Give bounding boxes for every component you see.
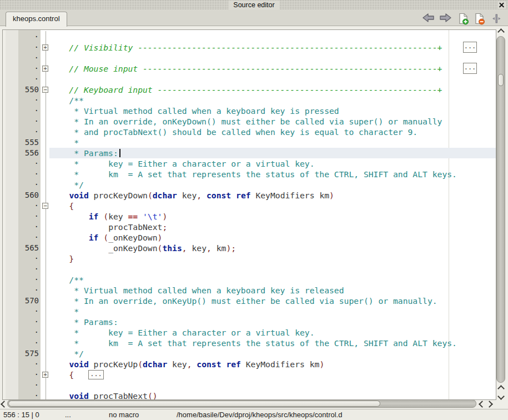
code-text: * In an override, onKeyDown() must eithe… bbox=[49, 116, 442, 127]
statusbar: 556 : 15 | 0 ... no macro /home/basile/D… bbox=[0, 409, 508, 420]
line-number: · bbox=[18, 53, 40, 63]
code-text: * Virtual method called when a keyboard … bbox=[49, 106, 339, 116]
code-row[interactable]: · bbox=[3, 53, 496, 63]
code-row[interactable]: 575 */ bbox=[3, 348, 496, 359]
line-number: · bbox=[18, 95, 40, 106]
fold-toggle[interactable]: − bbox=[42, 203, 48, 209]
code-text: if (_onKeyDown) bbox=[49, 232, 162, 243]
code-text: * km = A set that represents the status … bbox=[49, 169, 457, 179]
nav-forward-button[interactable] bbox=[439, 13, 452, 25]
collapsed-fold-ellipsis[interactable]: ... bbox=[88, 370, 104, 379]
line-number: 550 bbox=[18, 84, 40, 95]
line-number: 565 bbox=[18, 243, 40, 253]
code-text: /** bbox=[49, 95, 84, 106]
close-document-button[interactable] bbox=[473, 13, 486, 25]
code-row[interactable]: · * key = Either a character or a virtua… bbox=[3, 158, 496, 169]
code-text: * Params: bbox=[49, 148, 118, 158]
code-row[interactable]: 565 _onKeyDown(this, key, km); bbox=[3, 243, 496, 253]
code-row[interactable]: · * km = A set that represents the statu… bbox=[3, 169, 496, 179]
code-row[interactable]: · if (_onKeyDown) bbox=[3, 232, 496, 243]
tab-bar: kheops.control bbox=[0, 10, 508, 26]
code-row[interactable]: · /** bbox=[3, 274, 496, 285]
tab-kheops-control[interactable]: kheops.control bbox=[6, 12, 67, 27]
line-number: · bbox=[18, 169, 40, 179]
code-row[interactable]: · bbox=[3, 380, 496, 391]
line-number: · bbox=[18, 380, 40, 391]
code-text: * Params: bbox=[49, 317, 118, 327]
collapsed-fold-ellipsis[interactable]: ... bbox=[463, 63, 477, 74]
scroll-left-button[interactable] bbox=[2, 402, 7, 407]
code-text: } bbox=[49, 253, 74, 264]
code-row[interactable]: ·+ // Visibility -----------------------… bbox=[3, 42, 496, 53]
scroll-up-button[interactable] bbox=[499, 29, 504, 34]
code-row[interactable]: · bbox=[3, 264, 496, 274]
code-row[interactable]: ·+ {... bbox=[3, 369, 496, 380]
code-row[interactable]: · * bbox=[3, 306, 496, 317]
v-scrollbar-thumb[interactable] bbox=[498, 74, 504, 86]
code-row[interactable]: · * Params: bbox=[3, 317, 496, 327]
editor[interactable]: ··+ // Visibility ----------------------… bbox=[2, 29, 496, 400]
code-text: if (key == '\t') bbox=[49, 211, 167, 222]
code-row[interactable]: · } bbox=[3, 253, 496, 264]
code-row[interactable]: 556 * Params: bbox=[3, 148, 496, 158]
code-text: { bbox=[49, 201, 74, 211]
line-number: · bbox=[18, 369, 40, 380]
line-number: · bbox=[18, 306, 40, 317]
line-number: · bbox=[18, 327, 40, 338]
code-row[interactable]: · bbox=[3, 74, 496, 84]
code-row[interactable]: · */ bbox=[3, 179, 496, 190]
collapsed-fold-ellipsis[interactable]: ... bbox=[463, 42, 477, 53]
split-editor-button[interactable] bbox=[490, 13, 503, 25]
code-row[interactable]: 555 * bbox=[3, 137, 496, 148]
scroll-down-button[interactable] bbox=[499, 394, 504, 399]
close-button[interactable] bbox=[498, 1, 506, 9]
code-row[interactable]: ·+ // Mouse input ----------------------… bbox=[3, 63, 496, 74]
code-row[interactable]: · * Virtual method called when a keyboar… bbox=[3, 106, 496, 116]
code-row[interactable]: · void procKeyUp(dchar key, const ref Ke… bbox=[3, 359, 496, 369]
scroll-up-button[interactable] bbox=[499, 386, 504, 391]
code-text: /** bbox=[49, 274, 84, 285]
v-scrollbar[interactable] bbox=[496, 26, 506, 408]
code-row[interactable]: · /** bbox=[3, 95, 496, 106]
code-row[interactable]: 560 void procKeyDown(dchar key, const re… bbox=[3, 190, 496, 201]
chevron-up-icon bbox=[497, 385, 505, 392]
code-row[interactable]: · * Virtual method called when a keyboar… bbox=[3, 285, 496, 296]
line-number: · bbox=[18, 74, 40, 84]
code-row[interactable]: · if (key == '\t') bbox=[3, 211, 496, 222]
h-scrollbar-trough[interactable] bbox=[7, 399, 476, 408]
code-row[interactable]: ·− { bbox=[3, 201, 496, 211]
chevron-left-icon bbox=[1, 401, 8, 408]
code-row[interactable]: · * key = Either a character or a virtua… bbox=[3, 327, 496, 338]
code-row[interactable]: 570 * In an override, onKeyUp() must eit… bbox=[3, 296, 496, 306]
code-text: { bbox=[49, 369, 74, 380]
h-scrollbar-thumb[interactable] bbox=[8, 401, 380, 407]
chevron-right-icon bbox=[486, 401, 493, 408]
fold-toggle[interactable]: − bbox=[42, 87, 48, 93]
line-number: · bbox=[18, 42, 40, 53]
code-text: // Mouse input -------------------------… bbox=[49, 63, 442, 74]
code-row[interactable]: · * km = A set that represents the statu… bbox=[3, 338, 496, 348]
code-text: // Visibility --------------------------… bbox=[49, 42, 442, 53]
status-dots: ... bbox=[65, 409, 71, 420]
fold-toggle[interactable]: + bbox=[42, 66, 48, 72]
scroll-right-button[interactable] bbox=[487, 402, 492, 407]
code-area[interactable]: ··+ // Visibility ----------------------… bbox=[3, 30, 496, 399]
code-row[interactable]: · procTabNext; bbox=[3, 222, 496, 232]
scroll-left-button[interactable] bbox=[480, 402, 485, 407]
code-row[interactable]: · * In an override, onKeyDown() must eit… bbox=[3, 116, 496, 127]
code-row[interactable]: · bbox=[3, 32, 496, 42]
line-number: 556 bbox=[18, 148, 40, 158]
new-document-button[interactable] bbox=[457, 13, 470, 25]
code-row[interactable]: 550− // Keyboard input -----------------… bbox=[3, 84, 496, 95]
caret-position: 556 : 15 | 0 bbox=[3, 409, 39, 420]
fold-toggle[interactable]: + bbox=[42, 44, 48, 51]
code-row[interactable]: · * and procTabNext() should be called w… bbox=[3, 127, 496, 137]
h-scrollbar[interactable] bbox=[0, 399, 494, 408]
line-number: · bbox=[18, 63, 40, 74]
nav-back-button[interactable] bbox=[422, 13, 435, 25]
code-row[interactable]: · void procTabNext() bbox=[3, 391, 496, 400]
line-number: · bbox=[18, 253, 40, 264]
line-number: · bbox=[18, 106, 40, 116]
v-scrollbar-trough[interactable] bbox=[496, 36, 505, 383]
fold-toggle[interactable]: + bbox=[42, 372, 48, 378]
